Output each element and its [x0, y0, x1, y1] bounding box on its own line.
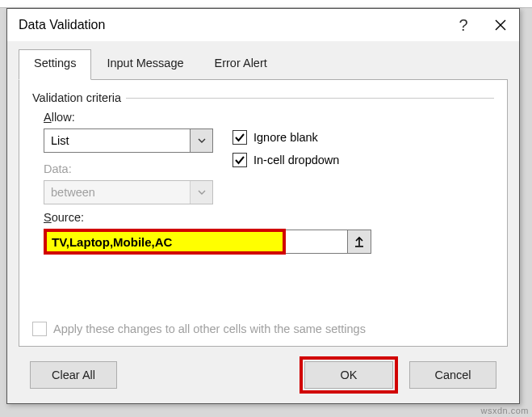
- source-input[interactable]: TV,Laptop,Mobile,AC: [44, 229, 286, 255]
- tab-strip: Settings Input Message Error Alert: [19, 49, 508, 80]
- source-label-u: S: [44, 211, 52, 224]
- cancel-button[interactable]: Cancel: [409, 361, 496, 389]
- incell-dropdown-checkbox[interactable]: In-cell dropdown: [232, 153, 339, 167]
- dialog-footer: Clear All OK Cancel: [19, 347, 508, 394]
- chevron-down-icon: [198, 190, 206, 195]
- apply-changes-checkbox: Apply these changes to all other cells w…: [32, 322, 366, 336]
- parent-window-strip: [0, 0, 532, 8]
- ok-highlight: OK: [300, 356, 398, 394]
- checkbox-box: [32, 322, 47, 336]
- data-combo: between: [44, 180, 213, 204]
- settings-panel: Validation criteria Allow: List Data: be…: [19, 80, 508, 347]
- data-label: Data:: [44, 162, 213, 175]
- source-section: Source: TV,Laptop,Mobile,AC: [44, 211, 494, 255]
- allow-label-u: A: [44, 111, 52, 124]
- source-row: TV,Laptop,Mobile,AC: [44, 229, 494, 255]
- clear-all-button[interactable]: Clear All: [30, 361, 117, 389]
- data-validation-dialog: Data Validation ? Settings Input Message…: [6, 8, 520, 404]
- data-label-u: D: [44, 162, 52, 175]
- ok-button[interactable]: OK: [304, 361, 393, 389]
- chevron-down-icon: [198, 138, 206, 143]
- apply-changes-label: Apply these changes to all other cells w…: [53, 322, 366, 335]
- tab-error-alert[interactable]: Error Alert: [199, 49, 283, 80]
- watermark: wsxdn.com: [480, 406, 529, 415]
- close-icon: [495, 19, 506, 31]
- tab-input-message[interactable]: Input Message: [91, 49, 199, 80]
- source-label: Source:: [44, 211, 494, 224]
- check-icon: [234, 133, 245, 142]
- footer-right: OK Cancel: [300, 356, 496, 394]
- checkbox-col: Ignore blank In-cell dropdown: [232, 111, 339, 167]
- window-controls: ?: [445, 9, 519, 41]
- allow-label-rest: llow:: [52, 111, 75, 124]
- data-dropdown-button: [190, 181, 212, 204]
- dialog-body: Settings Input Message Error Alert Valid…: [7, 41, 519, 403]
- data-label-rest: ata:: [52, 162, 71, 175]
- close-button[interactable]: [482, 9, 519, 41]
- allow-combo[interactable]: List: [44, 128, 213, 153]
- fieldset-line: [126, 98, 494, 99]
- allow-col: Allow: List Data: between: [44, 111, 213, 204]
- allow-label: Allow:: [44, 111, 213, 124]
- source-input-extension[interactable]: [286, 230, 347, 254]
- titlebar: Data Validation ?: [7, 9, 519, 41]
- collapse-dialog-button[interactable]: [347, 230, 371, 254]
- validation-criteria-label: Validation criteria: [32, 91, 494, 104]
- apply-changes-row: Apply these changes to all other cells w…: [32, 322, 366, 336]
- check-icon: [234, 155, 245, 165]
- range-select-icon: [354, 236, 365, 247]
- checkbox-box: [232, 130, 247, 145]
- source-label-rest: ource:: [52, 211, 84, 224]
- criteria-row: Allow: List Data: between: [44, 111, 494, 204]
- data-value: between: [44, 181, 190, 204]
- dialog-title: Data Validation: [19, 18, 105, 32]
- ignore-blank-checkbox[interactable]: Ignore blank: [232, 130, 339, 145]
- fieldset-legend-text: Validation criteria: [32, 91, 121, 104]
- incell-dropdown-label: In-cell dropdown: [253, 154, 339, 166]
- help-button[interactable]: ?: [445, 9, 482, 41]
- checkbox-box: [232, 153, 247, 167]
- allow-dropdown-button[interactable]: [190, 129, 212, 152]
- tab-settings[interactable]: Settings: [19, 49, 91, 80]
- allow-value: List: [44, 129, 190, 152]
- ignore-blank-label: Ignore blank: [253, 131, 318, 144]
